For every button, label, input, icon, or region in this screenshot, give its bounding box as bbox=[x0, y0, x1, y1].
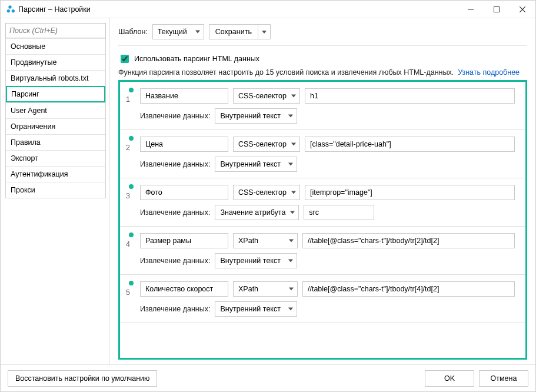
selector-type-select[interactable]: CSS-селектор bbox=[233, 88, 300, 104]
selector-type-select[interactable]: XPath bbox=[233, 233, 298, 248]
extract-mode-select[interactable]: Значение атрибута bbox=[215, 205, 299, 220]
sidebar-item[interactable]: Продвинутые bbox=[6, 54, 105, 70]
extract-mode-select[interactable]: Внутренний текст bbox=[215, 301, 297, 317]
titlebar: Парсинг – Настройки bbox=[1, 1, 535, 18]
template-label: Шаблон: bbox=[118, 28, 148, 36]
restore-defaults-button[interactable]: Восстановить настройки по умолчанию bbox=[8, 370, 157, 387]
extract-label: Извлечение данных: bbox=[140, 208, 210, 217]
settings-window: Парсинг – Настройки ОсновныеПродвинутыеВ… bbox=[0, 0, 536, 392]
enable-parsing-checkbox[interactable] bbox=[121, 55, 129, 63]
rule-name-input[interactable] bbox=[140, 137, 228, 152]
rule-block: 1CSS-селекторИзвлечение данных:Внутренни… bbox=[120, 82, 525, 130]
rule-index: 1 bbox=[126, 95, 134, 104]
rule-expression-input[interactable] bbox=[305, 137, 515, 152]
sidebar-item[interactable]: Экспорт bbox=[6, 150, 105, 166]
ok-button[interactable]: OK bbox=[425, 370, 474, 387]
svg-rect-0 bbox=[494, 6, 500, 12]
rule-block: 4XPathИзвлечение данных:Внутренний текст bbox=[120, 227, 525, 275]
rule-expression-input[interactable] bbox=[302, 281, 515, 297]
learn-more-link[interactable]: Узнать подробнее bbox=[458, 68, 520, 77]
extract-label: Извлечение данных: bbox=[140, 112, 210, 120]
template-select[interactable]: Текущий bbox=[152, 24, 204, 39]
content-area: Использовать парсинг HTML данных Функция… bbox=[118, 46, 527, 360]
selector-type-select[interactable]: CSS-селектор bbox=[233, 137, 300, 152]
cancel-button[interactable]: Отмена bbox=[479, 370, 528, 387]
status-dot-icon bbox=[129, 281, 134, 285]
footer: Восстановить настройки по умолчанию OK О… bbox=[1, 364, 535, 391]
rule-expression-input[interactable] bbox=[302, 233, 515, 248]
selector-type-select[interactable]: CSS-селектор bbox=[233, 185, 300, 200]
extract-mode-select[interactable]: Внутренний текст bbox=[215, 157, 297, 172]
sidebar-item[interactable]: Парсинг bbox=[6, 86, 105, 102]
window-buttons bbox=[458, 1, 535, 18]
sidebar-item[interactable]: Основные bbox=[6, 38, 105, 54]
rule-indicator: 4 bbox=[125, 232, 135, 248]
main-panel: Шаблон: Текущий Сохранить Использовать п… bbox=[110, 18, 535, 364]
rule-expression-input[interactable] bbox=[305, 185, 515, 200]
sidebar-item[interactable]: User Agent bbox=[6, 102, 105, 118]
rule-name-input[interactable] bbox=[140, 185, 228, 200]
sidebar-item[interactable]: Правила bbox=[6, 134, 105, 150]
status-dot-icon bbox=[129, 232, 134, 237]
rule-expression-input[interactable] bbox=[305, 88, 515, 104]
rule-indicator: 5 bbox=[125, 281, 135, 297]
window-title: Парсинг – Настройки bbox=[18, 5, 458, 14]
extract-label: Извлечение данных: bbox=[140, 160, 210, 168]
template-select-value: Текущий bbox=[158, 28, 187, 36]
rule-block: 2CSS-селекторИзвлечение данных:Внутренни… bbox=[120, 130, 525, 178]
app-icon bbox=[5, 5, 15, 14]
rule-name-input[interactable] bbox=[140, 281, 228, 297]
save-dropdown-caret[interactable] bbox=[258, 25, 270, 39]
sidebar: ОсновныеПродвинутыеВиртуальный robots.tx… bbox=[1, 18, 110, 364]
sidebar-item[interactable]: Прокси bbox=[6, 182, 105, 198]
description: Функция парсинга позволяет настроить до … bbox=[118, 68, 527, 77]
attribute-input[interactable] bbox=[304, 205, 374, 220]
rule-index: 2 bbox=[126, 144, 134, 152]
status-dot-icon bbox=[129, 184, 134, 189]
template-toolbar: Шаблон: Текущий Сохранить bbox=[118, 24, 527, 46]
sidebar-item[interactable]: Ограничения bbox=[6, 118, 105, 134]
close-button[interactable] bbox=[510, 1, 535, 18]
rule-name-input[interactable] bbox=[140, 233, 228, 248]
status-dot-icon bbox=[129, 136, 134, 141]
rule-indicator: 3 bbox=[125, 184, 135, 200]
rule-block: 5XPathИзвлечение данных:Внутренний текст bbox=[120, 275, 525, 323]
extract-label: Извлечение данных: bbox=[140, 305, 210, 313]
sidebar-list: ОсновныеПродвинутыеВиртуальный robots.tx… bbox=[5, 38, 106, 198]
rules-container: 1CSS-селекторИзвлечение данных:Внутренни… bbox=[118, 80, 527, 360]
rule-indicator: 1 bbox=[125, 88, 135, 104]
minimize-button[interactable] bbox=[458, 1, 484, 18]
search-input[interactable] bbox=[5, 23, 106, 38]
rule-index: 3 bbox=[126, 192, 134, 200]
save-splitbutton[interactable]: Сохранить bbox=[209, 24, 271, 39]
rule-index: 4 bbox=[126, 240, 134, 248]
rule-indicator: 2 bbox=[125, 136, 135, 152]
extract-mode-select[interactable]: Внутренний текст bbox=[215, 253, 297, 268]
rule-block: 3CSS-селекторИзвлечение данных:Значение … bbox=[120, 178, 525, 227]
selector-type-select[interactable]: XPath bbox=[233, 281, 298, 297]
enable-parsing-label: Использовать парсинг HTML данных bbox=[134, 55, 259, 63]
sidebar-item[interactable]: Аутентификация bbox=[6, 166, 105, 182]
sidebar-item[interactable]: Виртуальный robots.txt bbox=[6, 70, 105, 86]
rule-name-input[interactable] bbox=[140, 88, 228, 104]
extract-label: Извлечение данных: bbox=[140, 257, 210, 265]
status-dot-icon bbox=[129, 88, 134, 92]
save-button[interactable]: Сохранить bbox=[209, 25, 258, 39]
extract-mode-select[interactable]: Внутренний текст bbox=[215, 108, 297, 124]
description-text: Функция парсинга позволяет настроить до … bbox=[118, 68, 454, 77]
rule-index: 5 bbox=[126, 288, 134, 297]
maximize-button[interactable] bbox=[484, 1, 510, 18]
enable-parsing-row[interactable]: Использовать парсинг HTML данных bbox=[118, 53, 527, 65]
